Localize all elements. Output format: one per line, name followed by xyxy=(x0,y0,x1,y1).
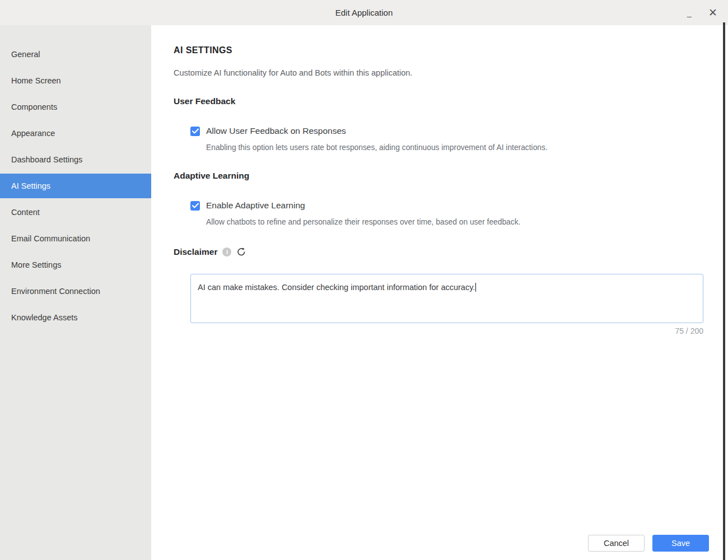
screen-edge-line xyxy=(723,22,725,560)
cancel-button[interactable]: Cancel xyxy=(588,535,645,552)
user-feedback-description: Enabling this option lets users rate bot… xyxy=(206,143,728,152)
main-content: AI SETTINGS Customize AI functionality f… xyxy=(151,25,728,560)
dialog-title: Edit Application xyxy=(335,8,393,17)
save-button[interactable]: Save xyxy=(652,535,709,552)
enable-adaptive-learning-checkbox[interactable] xyxy=(190,201,200,211)
section-heading-user-feedback: User Feedback xyxy=(174,96,728,106)
section-heading-adaptive-learning: Adaptive Learning xyxy=(174,171,728,181)
disclaimer-header: Disclaimer i xyxy=(174,247,728,257)
disclaimer-heading: Disclaimer xyxy=(174,247,217,257)
section-adaptive-learning: Adaptive Learning Enable Adaptive Learni… xyxy=(174,171,728,226)
sidebar-item-email-communication[interactable]: Email Communication xyxy=(0,226,151,251)
sidebar-item-home-screen[interactable]: Home Screen xyxy=(0,68,151,93)
enable-adaptive-learning-label[interactable]: Enable Adaptive Learning xyxy=(206,200,305,211)
sidebar-item-dashboard-settings[interactable]: Dashboard Settings xyxy=(0,147,151,172)
allow-user-feedback-checkbox[interactable] xyxy=(190,127,200,136)
page-subtitle: Customize AI functionality for Auto and … xyxy=(174,68,728,77)
reset-icon[interactable] xyxy=(236,247,246,257)
sidebar-item-appearance[interactable]: Appearance xyxy=(0,121,151,146)
checkmark-icon xyxy=(192,128,199,134)
edit-application-dialog: Edit Application – ✕ General Home Screen… xyxy=(0,0,728,560)
enable-adaptive-learning-row: Enable Adaptive Learning xyxy=(190,200,728,211)
sidebar-item-general[interactable]: General xyxy=(0,42,151,67)
checkmark-icon xyxy=(192,203,199,208)
minimize-button[interactable]: – xyxy=(682,6,697,20)
sidebar-item-more-settings[interactable]: More Settings xyxy=(0,253,151,277)
allow-user-feedback-row: Allow User Feedback on Responses xyxy=(190,126,728,136)
section-user-feedback: User Feedback Allow User Feedback on Res… xyxy=(174,96,728,152)
titlebar: Edit Application – ✕ xyxy=(0,0,728,25)
window-controls: – ✕ xyxy=(682,0,720,25)
sidebar-item-environment-connection[interactable]: Environment Connection xyxy=(0,279,151,304)
sidebar-item-components[interactable]: Components xyxy=(0,95,151,119)
sidebar-item-content[interactable]: Content xyxy=(0,200,151,225)
char-count: 75 / 200 xyxy=(174,326,703,335)
dialog-footer: Cancel Save xyxy=(588,535,709,552)
disclaimer-text: AI can make mistakes. Consider checking … xyxy=(198,283,475,292)
text-caret xyxy=(475,283,476,292)
page-title: AI SETTINGS xyxy=(174,45,728,55)
info-icon[interactable]: i xyxy=(222,248,231,256)
disclaimer-textarea[interactable]: AI can make mistakes. Consider checking … xyxy=(190,274,703,323)
sidebar-item-knowledge-assets[interactable]: Knowledge Assets xyxy=(0,305,151,330)
close-button[interactable]: ✕ xyxy=(706,6,720,20)
sidebar-item-ai-settings[interactable]: AI Settings xyxy=(0,174,151,198)
adaptive-learning-description: Allow chatbots to refine and personalize… xyxy=(206,218,728,226)
allow-user-feedback-label[interactable]: Allow User Feedback on Responses xyxy=(206,126,346,136)
settings-sidebar: General Home Screen Components Appearanc… xyxy=(0,25,151,560)
